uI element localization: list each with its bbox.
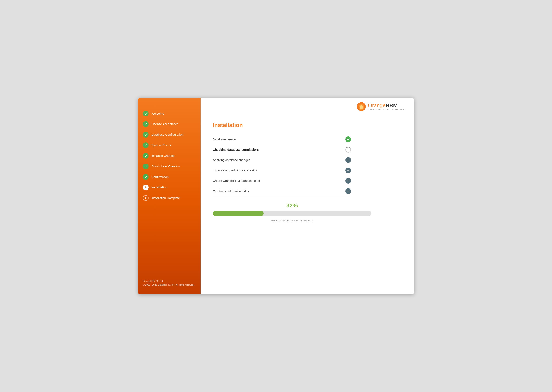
install-step-name-3: Applying database changes: [213, 158, 250, 162]
install-step-name-4: Instance and Admin user creation: [213, 168, 258, 172]
sidebar-footer: OrangeHRM OS 5.4 © 2005 - 2023 OrangeHRM…: [138, 276, 201, 290]
progress-bar-fill: [213, 211, 264, 216]
sidebar-item-3[interactable]: Database Configuration: [138, 129, 201, 140]
sidebar-item-label-8: Installation: [151, 186, 168, 189]
progress-bar-track: [213, 211, 371, 216]
sidebar-item-label-2: License Acceptance: [151, 122, 178, 126]
sidebar-nav: WelcomeLicense AcceptanceDatabase Config…: [138, 104, 201, 276]
progress-percent: 32%: [213, 202, 371, 209]
install-step-5: Create OrangeHRM database user−: [213, 176, 351, 186]
sidebar-item-2[interactable]: License Acceptance: [138, 119, 201, 129]
install-step-name-1: Database creation: [213, 138, 238, 141]
logo-orange-part: Orange: [368, 102, 386, 108]
sidebar-item-label-4: System Check: [151, 143, 171, 147]
progress-section: 32% Please Wait. Installation in Progres…: [213, 202, 371, 222]
footer-line1: OrangeHRM OS 5.4: [143, 280, 196, 283]
install-step-status-5: −: [345, 178, 351, 184]
install-step-status-3: −: [345, 157, 351, 163]
main-window: WelcomeLicense AcceptanceDatabase Config…: [138, 98, 414, 294]
install-step-status-4: −: [345, 168, 351, 173]
logo-text: OrangeHRM OPEN SOURCE HR MANAGEMENT: [368, 103, 406, 111]
sidebar-step-icon-5: [143, 153, 149, 159]
sidebar-item-8[interactable]: 8Installation: [138, 182, 201, 193]
page-title: Installation: [213, 122, 402, 128]
install-step-status-2: [345, 147, 351, 153]
logo-icon: [356, 102, 366, 112]
sidebar-item-7[interactable]: Confirmation: [138, 172, 201, 182]
sidebar-item-label-6: Admin User Creation: [151, 165, 180, 168]
install-step-1: Database creation: [213, 134, 351, 144]
sidebar-item-label-7: Confirmation: [151, 175, 169, 179]
progress-status-text: Please Wait. Installation in Progress: [213, 219, 371, 222]
installation-steps: Database creationChecking database permi…: [213, 134, 402, 196]
content-area: Installation Database creationChecking d…: [201, 114, 414, 294]
install-step-name-2: Checking database permissions: [213, 148, 259, 151]
install-step-status-6: −: [345, 188, 351, 194]
main-content: OrangeHRM OPEN SOURCE HR MANAGEMENT Inst…: [201, 98, 414, 294]
sidebar-step-icon-1: [143, 111, 149, 116]
footer-line2: © 2005 - 2023 OrangeHRM, Inc. All rights…: [143, 283, 196, 287]
sidebar-step-icon-6: [143, 163, 149, 169]
install-step-status-1: [345, 136, 351, 142]
sidebar-item-1[interactable]: Welcome: [138, 108, 201, 119]
sidebar-step-icon-2: [143, 121, 149, 127]
header: OrangeHRM OPEN SOURCE HR MANAGEMENT: [201, 98, 414, 114]
sidebar: WelcomeLicense AcceptanceDatabase Config…: [138, 98, 201, 294]
svg-point-2: [360, 105, 363, 109]
install-step-3: Applying database changes−: [213, 155, 351, 165]
logo-tagline: OPEN SOURCE HR MANAGEMENT: [368, 108, 406, 111]
sidebar-item-label-5: Instance Creation: [151, 154, 175, 157]
logo: OrangeHRM OPEN SOURCE HR MANAGEMENT: [356, 102, 406, 112]
sidebar-step-icon-4: [143, 142, 149, 148]
sidebar-item-label-3: Database Configuration: [151, 133, 184, 136]
logo-dark-part: HRM: [386, 102, 397, 108]
install-step-name-6: Creating configuration files: [213, 189, 249, 193]
sidebar-step-icon-7: [143, 174, 149, 180]
install-step-name-5: Create OrangeHRM database user: [213, 179, 260, 182]
sidebar-item-9[interactable]: 9Installation Complete: [138, 193, 201, 203]
sidebar-item-5[interactable]: Instance Creation: [138, 151, 201, 161]
logo-name: OrangeHRM: [368, 103, 406, 108]
install-step-2: Checking database permissions: [213, 145, 351, 155]
install-step-4: Instance and Admin user creation−: [213, 166, 351, 175]
install-step-6: Creating configuration files−: [213, 186, 351, 196]
sidebar-step-icon-3: [143, 132, 149, 138]
sidebar-item-label-1: Welcome: [151, 112, 164, 115]
sidebar-step-icon-9: 9: [143, 195, 149, 201]
sidebar-item-6[interactable]: Admin User Creation: [138, 161, 201, 172]
sidebar-item-label-9: Installation Complete: [151, 196, 180, 200]
sidebar-step-icon-8: 8: [143, 185, 149, 190]
sidebar-item-4[interactable]: System Check: [138, 140, 201, 151]
